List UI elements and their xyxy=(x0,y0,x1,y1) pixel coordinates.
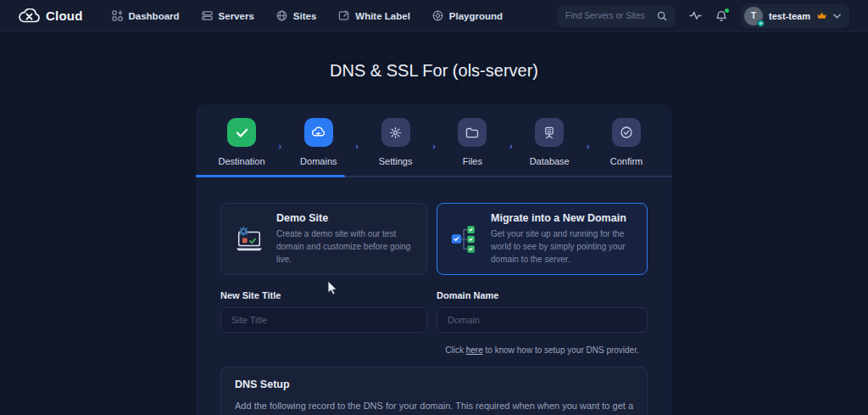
step-database[interactable]: Database xyxy=(519,118,580,166)
destination-options: Demo Site Create a demo site with our te… xyxy=(220,203,648,275)
site-title-label: New Site Title xyxy=(220,290,427,300)
migrate-domain-description: Get your site up and running for the wor… xyxy=(491,227,635,266)
demo-site-text: Demo Site Create a demo site with our te… xyxy=(276,212,415,266)
search-input[interactable] xyxy=(565,11,650,20)
step-chevron-icon: › xyxy=(279,141,282,151)
dashboard-icon xyxy=(112,10,123,21)
activity-icon[interactable] xyxy=(689,10,702,21)
dns-help-prefix: Click xyxy=(445,345,465,355)
dns-help-link[interactable]: here xyxy=(466,345,483,355)
nav-label: Dashboard xyxy=(129,11,180,21)
nav-label: Playground xyxy=(449,11,503,21)
step-label: Confirm xyxy=(610,156,643,166)
search-icon[interactable] xyxy=(657,11,667,21)
chevron-down-icon xyxy=(833,14,841,19)
step-files[interactable]: Files xyxy=(442,118,503,166)
step-domains[interactable]: Domains xyxy=(288,118,349,166)
globe-icon xyxy=(276,10,287,21)
demo-site-laptop-icon xyxy=(233,225,265,254)
dns-provider-help: Click here to know how to setup your DNS… xyxy=(437,345,648,355)
step-chevron-icon: › xyxy=(587,141,590,151)
domain-name-field: Domain Name xyxy=(437,290,648,333)
step-confirm[interactable]: Confirm xyxy=(596,118,657,166)
white-label-icon xyxy=(338,10,349,21)
xcloud-logo[interactable]: Cloud xyxy=(19,8,83,24)
step-label: Settings xyxy=(379,156,413,166)
step-destination[interactable]: Destination xyxy=(211,118,272,166)
nav-item-sites[interactable]: Sites xyxy=(276,10,317,21)
topbar: Cloud Dashboard Servers xyxy=(0,0,868,32)
domain-name-input[interactable] xyxy=(437,307,648,333)
migrate-domain-title: Migrate into a New Domain xyxy=(491,212,635,224)
step-label: Destination xyxy=(218,156,264,166)
database-icon xyxy=(535,118,564,147)
gear-icon xyxy=(381,118,410,147)
demo-site-description: Create a demo site with our test domain … xyxy=(276,227,415,266)
cloud-logo-icon xyxy=(19,8,41,24)
team-name: test-team xyxy=(769,11,810,21)
wizard-card: Destination › Domains › Settings › xyxy=(196,104,672,415)
folder-icon xyxy=(458,118,487,147)
nav-label: White Label xyxy=(355,11,410,21)
domain-name-label: Domain Name xyxy=(437,290,648,300)
user-menu[interactable]: T + test-team xyxy=(741,4,849,28)
crown-icon xyxy=(816,11,827,20)
step-label: Domains xyxy=(300,156,337,166)
demo-site-title: Demo Site xyxy=(276,212,415,224)
servers-icon xyxy=(202,10,213,21)
nav-label: Servers xyxy=(219,11,254,21)
check-icon xyxy=(227,118,256,147)
site-title-input[interactable] xyxy=(220,307,427,333)
main-nav: Dashboard Servers Sites xyxy=(112,10,504,21)
dns-setup-title: DNS Setup xyxy=(235,379,633,390)
notification-dot xyxy=(725,8,729,13)
step-chevron-icon: › xyxy=(509,141,513,151)
stepper: Destination › Domains › Settings › xyxy=(196,104,672,177)
step-label: Database xyxy=(530,156,570,166)
confirm-check-icon xyxy=(612,118,641,147)
dns-help-suffix: to know how to setup your DNS provider. xyxy=(483,345,639,355)
avatar-initial: T xyxy=(751,11,756,20)
demo-site-card[interactable]: Demo Site Create a demo site with our te… xyxy=(220,203,427,275)
nav-label: Sites xyxy=(293,11,317,21)
migrate-tree-icon xyxy=(449,223,480,255)
wizard-content: Demo Site Create a demo site with our te… xyxy=(196,177,672,415)
nav-item-playground[interactable]: Playground xyxy=(432,10,503,21)
step-chevron-icon: › xyxy=(355,141,359,151)
page-title: DNS & SSL For (ols-server) xyxy=(0,61,868,81)
avatar-badge-icon: + xyxy=(757,20,765,27)
notification-bell-icon[interactable] xyxy=(715,10,727,22)
domain-form: New Site Title Domain Name Click here to… xyxy=(220,290,648,355)
nav-item-white-label[interactable]: White Label xyxy=(338,10,410,21)
dns-setup-description: Add the following record to the DNS for … xyxy=(235,399,633,415)
cloud-domain-icon xyxy=(304,118,333,147)
topbar-right: T + test-team xyxy=(557,4,849,28)
avatar: T + xyxy=(744,7,763,25)
site-title-field: New Site Title xyxy=(220,290,427,333)
server-search xyxy=(557,5,676,27)
nav-item-dashboard[interactable]: Dashboard xyxy=(112,10,180,21)
step-settings[interactable]: Settings xyxy=(365,118,426,166)
playground-icon xyxy=(432,10,443,21)
dns-setup-panel: DNS Setup Add the following record to th… xyxy=(220,367,648,415)
brand-name: Cloud xyxy=(46,8,83,23)
step-label: Files xyxy=(463,156,482,166)
nav-item-servers[interactable]: Servers xyxy=(202,10,254,21)
step-chevron-icon: › xyxy=(432,141,436,151)
migrate-domain-text: Migrate into a New Domain Get your site … xyxy=(491,212,635,266)
migrate-domain-card[interactable]: Migrate into a New Domain Get your site … xyxy=(437,203,648,275)
stepper-progress-bar xyxy=(196,175,345,177)
